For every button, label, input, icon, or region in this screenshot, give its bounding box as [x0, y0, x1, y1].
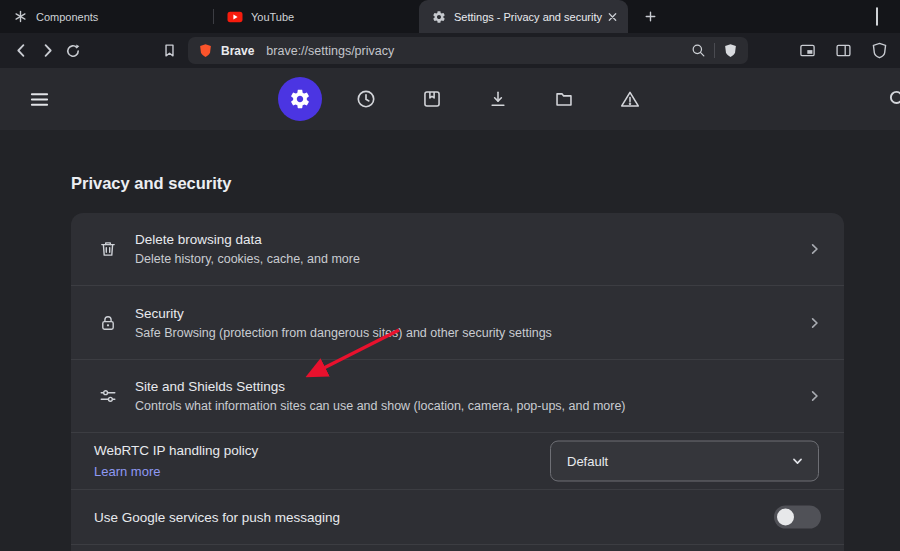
bookmarks-icon [421, 88, 443, 110]
search-icon [888, 89, 900, 109]
site-name: Brave [221, 44, 254, 58]
tab-label: YouTube [251, 11, 411, 23]
chevron-right-icon [807, 389, 822, 404]
gear-icon [432, 10, 446, 24]
forward-icon [39, 42, 56, 59]
close-icon [607, 11, 618, 22]
lock-icon [98, 313, 118, 333]
menu-button[interactable] [24, 84, 54, 114]
tab-close-button[interactable] [604, 8, 621, 25]
dropdown-value: Default [567, 454, 791, 469]
folder-icon [553, 88, 575, 110]
search-button[interactable] [878, 79, 900, 119]
tab-label: Settings - Privacy and security [454, 11, 604, 23]
tab-settings-active[interactable]: Settings - Privacy and security [419, 0, 628, 33]
url-text: brave://settings/privacy [266, 44, 683, 58]
youtube-icon [227, 9, 243, 25]
folder-button[interactable] [542, 77, 586, 121]
chevron-right-icon [807, 242, 822, 257]
brave-shields-icon[interactable] [723, 43, 738, 58]
row-title: Security [135, 306, 552, 321]
settings-content: Privacy and security Delete browsing dat… [0, 130, 900, 551]
window-controls [850, 0, 900, 33]
tab-label: Components [36, 11, 205, 23]
navbar-right-actions [794, 38, 892, 64]
sidebar-toggle-button[interactable] [830, 38, 856, 64]
address-bar-divider [714, 43, 715, 58]
history-button[interactable] [344, 77, 388, 121]
page-title: Privacy and security [71, 174, 232, 193]
tab-strip: Components YouTube Settings - Privacy an… [0, 0, 900, 33]
gear-icon [289, 88, 311, 110]
row-title: WebRTC IP handling policy [94, 443, 258, 458]
hamburger-icon [29, 89, 50, 110]
shield-outline-icon [871, 42, 888, 59]
zoom-icon[interactable] [691, 43, 706, 58]
row-subtitle: Controls what information sites can use … [135, 399, 626, 413]
picture-in-picture-icon [799, 42, 816, 59]
row-subtitle: Delete history, cookies, cache, and more [135, 252, 360, 266]
address-bar[interactable]: Brave brave://settings/privacy [188, 37, 748, 64]
clock-icon [355, 88, 377, 110]
new-tab-button[interactable] [637, 4, 663, 30]
maximize-icon [876, 7, 878, 26]
brave-logo-icon [198, 43, 213, 58]
tab-youtube[interactable]: YouTube [214, 0, 419, 33]
sliders-icon [98, 386, 118, 406]
learn-more-link[interactable]: Learn more [94, 464, 258, 479]
chevron-right-icon [807, 315, 822, 330]
reload-button[interactable] [60, 38, 86, 64]
row-security[interactable]: Security Safe Browsing (protection from … [71, 286, 844, 360]
maximize-button[interactable] [876, 8, 878, 26]
row-webrtc-policy: WebRTC IP handling policy Learn more Def… [71, 433, 844, 490]
forward-button[interactable] [34, 38, 60, 64]
webrtc-policy-dropdown[interactable]: Default [550, 441, 819, 482]
sidebar-icon [835, 42, 852, 59]
picture-in-picture-button[interactable] [794, 38, 820, 64]
privacy-settings-card: Delete browsing data Delete history, coo… [71, 213, 844, 551]
components-icon [13, 9, 28, 24]
browser-window: Components YouTube Settings - Privacy an… [0, 0, 900, 551]
row-subtitle: Safe Browsing (protection from dangerous… [135, 326, 552, 340]
settings-tab-button[interactable] [278, 77, 322, 121]
download-icon [487, 88, 509, 110]
push-messaging-toggle[interactable] [774, 506, 821, 529]
downloads-button[interactable] [476, 77, 520, 121]
shield-outline-button[interactable] [866, 38, 892, 64]
back-button[interactable] [8, 38, 34, 64]
toggle-knob [777, 509, 794, 526]
row-google-push-messaging: Use Google services for push messaging [71, 490, 844, 545]
reload-icon [65, 43, 81, 59]
trash-icon [98, 239, 118, 259]
chevron-down-icon [791, 455, 804, 468]
settings-toolbar [0, 68, 900, 130]
row-title: Delete browsing data [135, 232, 360, 247]
toolbar-center-icons [278, 68, 652, 130]
plus-icon [644, 10, 657, 23]
back-icon [13, 42, 30, 59]
navigation-bar: Brave brave://settings/privacy [0, 33, 900, 68]
row-title: Use Google services for push messaging [94, 510, 340, 525]
row-delete-browsing-data[interactable]: Delete browsing data Delete history, coo… [71, 213, 844, 286]
bookmark-button[interactable] [156, 38, 182, 64]
row-title: Site and Shields Settings [135, 379, 626, 394]
row-site-and-shields-settings[interactable]: Site and Shields Settings Controls what … [71, 360, 844, 433]
warning-triangle-icon [619, 88, 641, 110]
bookmark-icon [162, 43, 177, 58]
warnings-button[interactable] [608, 77, 652, 121]
bookmarks-button[interactable] [410, 77, 454, 121]
tab-components[interactable]: Components [0, 0, 213, 33]
